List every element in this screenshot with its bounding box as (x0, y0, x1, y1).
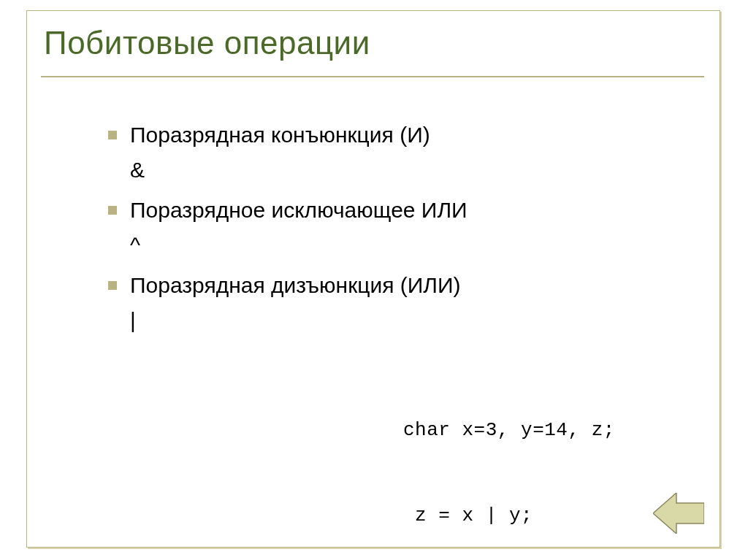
bullet-label: Поразрядная конъюнкция (И) (130, 123, 430, 147)
bullet-operator: | (130, 302, 678, 339)
title-underline (41, 76, 704, 77)
back-button[interactable] (653, 493, 704, 534)
bullet-item-and: Поразрядная конъюнкция (И) & (108, 117, 678, 188)
content-area: Поразрядная конъюнкция (И) & Поразрядное… (108, 117, 678, 342)
bullet-icon (108, 281, 117, 290)
bullet-operator: ^ (130, 227, 678, 264)
code-expression: z = x | y; (403, 502, 615, 530)
bullet-icon (108, 131, 117, 139)
back-arrow-icon (653, 493, 704, 534)
bullet-item-xor: Поразрядное исключающее ИЛИ ^ (108, 192, 678, 263)
bullet-label: Поразрядная дизъюнкция (ИЛИ) (130, 273, 461, 297)
bullet-label: Поразрядное исключающее ИЛИ (130, 198, 468, 222)
slide-title: Побитовые операции (44, 25, 370, 61)
bullet-item-or: Поразрядная дизъюнкция (ИЛИ) | (108, 267, 678, 338)
bullet-icon (108, 206, 117, 215)
code-example: char x=3, y=14, z; z = x | y; 0000 0011 … (403, 359, 615, 560)
svg-marker-0 (653, 493, 704, 534)
code-declaration: char x=3, y=14, z; (403, 416, 615, 445)
bullet-operator: & (130, 152, 678, 188)
slide: Побитовые операции Поразрядная конъюнкци… (0, 0, 748, 560)
